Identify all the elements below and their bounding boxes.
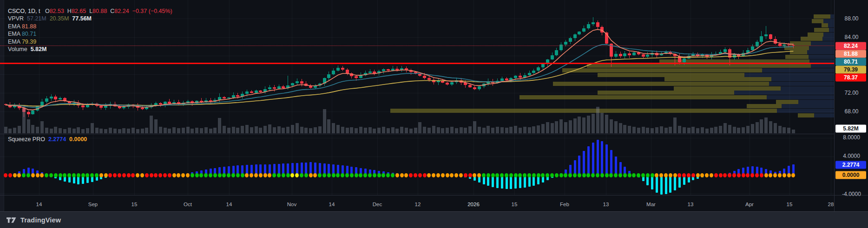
candle	[54, 97, 57, 99]
volume-bar	[382, 127, 385, 133]
volume-bar	[450, 127, 454, 133]
candle	[63, 98, 66, 101]
volume-bar	[341, 127, 344, 133]
squeeze-dot	[45, 173, 48, 177]
grid-vline	[292, 0, 292, 134]
candle	[377, 71, 381, 73]
price-axis-tick: 68.00	[835, 108, 868, 115]
volume-bar	[678, 126, 681, 133]
squeeze-dot	[140, 173, 144, 177]
candle	[496, 81, 499, 83]
squeeze-dot	[236, 173, 240, 177]
candle	[678, 56, 681, 62]
volume-bar	[728, 125, 731, 133]
volume-bar	[573, 118, 577, 133]
grid-hline	[0, 194, 834, 194]
squeeze-dot	[209, 173, 212, 177]
volume-bar	[218, 118, 221, 133]
high-key: H	[67, 8, 72, 14]
grid-hline	[0, 56, 834, 56]
volume-bar	[664, 128, 668, 133]
grid-vline	[188, 134, 188, 195]
candle	[77, 103, 80, 105]
time-axis-label: Dec	[373, 202, 382, 207]
candle	[268, 87, 271, 89]
volume-bar	[168, 129, 171, 133]
candle	[359, 75, 362, 78]
squeeze-name: Squeeze PRO	[8, 136, 45, 143]
volume-legend-row[interactable]: Volume 5.82M	[8, 46, 172, 53]
candle	[341, 68, 344, 70]
volume-bar	[186, 127, 190, 133]
volume-bar	[546, 122, 549, 133]
vpvr-row-total	[762, 68, 834, 72]
vpvr-value-2: 20.35M	[50, 15, 69, 22]
volume-bar	[619, 123, 622, 133]
tradingview-logo-icon[interactable]	[7, 217, 17, 223]
squeeze-dot	[487, 173, 490, 177]
candle	[304, 84, 308, 86]
ema-value: 79.39	[20, 39, 36, 45]
volume-bar	[455, 128, 458, 133]
volume-bar	[468, 126, 472, 133]
squeeze-value-1: 2.2774	[48, 136, 66, 143]
grid-vline	[789, 134, 790, 195]
squeeze-dot	[632, 173, 636, 177]
volume-bar	[683, 127, 686, 133]
symbol-title[interactable]: CSCO, 1D, t	[8, 8, 40, 14]
candle	[296, 81, 299, 83]
ema-legend-row[interactable]: EMA 81.88	[8, 23, 172, 30]
vpvr-row-volume	[553, 82, 769, 86]
candle	[587, 24, 590, 28]
price-axis[interactable]: 88.0084.0072.0068.008.00004.0000-4.00008…	[834, 0, 868, 211]
squeeze-dot	[213, 173, 217, 177]
volume-bar	[701, 127, 704, 133]
candle	[651, 53, 654, 55]
candle	[250, 91, 253, 93]
squeeze-dot	[696, 173, 700, 177]
candle	[437, 80, 440, 82]
squeeze-pro-pane[interactable]	[0, 134, 834, 195]
ema-legend-row[interactable]: EMA 79.39	[8, 38, 172, 46]
volume-bar	[232, 127, 235, 133]
time-axis-label: 13	[688, 202, 694, 207]
candle	[710, 55, 713, 57]
squeeze-dot	[505, 173, 508, 177]
vpvr-legend-row[interactable]: VPVR 57.21M 20.35M 77.56M	[8, 15, 172, 22]
squeeze-dot	[395, 173, 399, 177]
grid-vline	[418, 134, 418, 195]
candle	[446, 83, 449, 85]
ema-legend-row[interactable]: EMA 80.71	[8, 30, 172, 38]
volume-bar	[514, 126, 517, 133]
time-axis-label: 15	[787, 202, 793, 207]
candle	[418, 74, 421, 76]
tradingview-brand-text[interactable]: TradingView	[20, 216, 61, 224]
squeeze-dot	[99, 173, 103, 177]
symbol-row[interactable]: CSCO, 1D, t O82.53 H82.65 L80.88 C82.24 …	[8, 7, 172, 15]
vpvr-row-volume	[784, 46, 809, 50]
volume-bar	[132, 128, 135, 133]
volume-bar	[177, 128, 180, 133]
volume-bar	[36, 127, 39, 133]
volume-bar	[432, 126, 435, 133]
volume-bar	[113, 129, 117, 133]
squeeze-histogram-bar	[610, 150, 612, 175]
time-axis[interactable]: 14Sep15Oct14Nov14Dec12202615Feb13Mar13Ap…	[0, 195, 868, 212]
volume-bar	[150, 116, 153, 133]
candle	[227, 98, 230, 98]
squeeze-dot	[108, 173, 112, 177]
candle	[573, 34, 577, 38]
squeeze-dot	[723, 173, 727, 177]
squeeze-dot	[63, 173, 66, 177]
volume-bar	[691, 127, 695, 133]
squeeze-legend-row[interactable]: Squeeze PRO 2.2774 0.0000	[8, 136, 87, 143]
squeeze-dot	[322, 173, 326, 177]
squeeze-dot	[373, 173, 376, 177]
squeeze-dot	[341, 173, 344, 177]
candle	[696, 54, 699, 56]
grid-hline	[0, 138, 834, 138]
squeeze-dot	[127, 173, 131, 177]
volume-bar	[86, 128, 89, 133]
ema-legend-rows: EMA 81.88EMA 80.71EMA 79.39	[8, 23, 172, 46]
squeeze-dot	[158, 173, 162, 177]
